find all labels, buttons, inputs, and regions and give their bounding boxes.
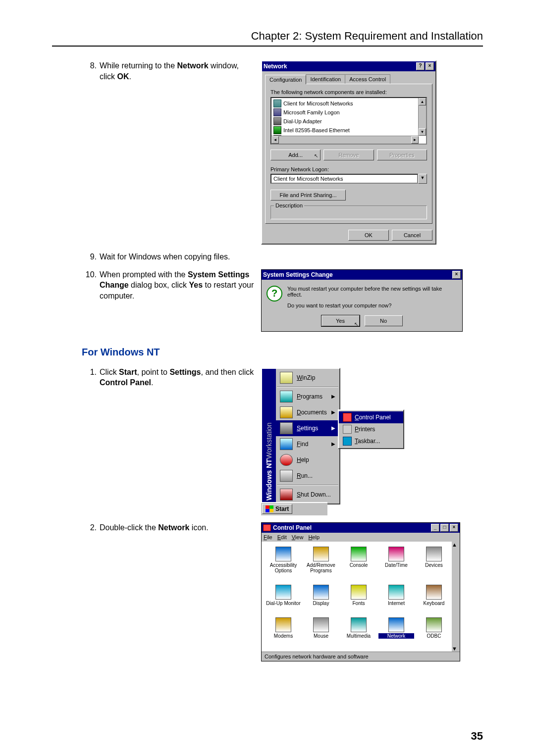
scroll-down-icon[interactable]: ▼ (419, 128, 426, 136)
ok-button[interactable]: OK (348, 230, 389, 241)
cp-item-multimedia[interactable]: Multimedia (341, 617, 376, 644)
cp-icon (343, 413, 352, 422)
description-group: Description (270, 205, 427, 219)
start-menu-item-settings[interactable]: Settings▶ (276, 420, 339, 436)
menu-edit[interactable]: Edit (277, 534, 287, 540)
cp-item-mouse[interactable]: Mouse (303, 617, 339, 644)
menu-label: Find (297, 441, 308, 448)
start-menu-item-programs[interactable]: Programs▶ (276, 389, 339, 404)
scroll-up-icon[interactable]: ▲ (452, 542, 457, 548)
cp-item-label: Console (341, 562, 376, 568)
cp-item-label: Dial-Up Monitor (266, 601, 301, 606)
close-icon[interactable]: × (426, 62, 434, 70)
chevron-down-icon[interactable]: ▼ (418, 174, 427, 184)
scroll-down-icon[interactable]: ▼ (452, 646, 457, 652)
client-icon (273, 100, 281, 107)
submenu-label: Printers (355, 426, 375, 433)
file-print-sharing-button[interactable]: File and Print Sharing... (270, 190, 346, 201)
control-panel-window: Control Panel _ □ × File Edit View Help … (261, 522, 460, 661)
primary-logon-label: Primary Network Logon: (270, 166, 427, 172)
list-item[interactable]: Dial-Up Adapter (272, 117, 425, 126)
tab-identification[interactable]: Identification (306, 74, 345, 84)
submenu-item-taskbar-[interactable]: Taskbar... (339, 435, 403, 447)
step-8: 8.While returning to the Network window,… (52, 60, 255, 82)
tab-configuration[interactable]: Configuration (265, 75, 306, 84)
submenu-label: Taskbar... (355, 438, 380, 445)
horizontal-scrollbar[interactable]: ◄ ► (271, 136, 419, 144)
cp-item-label: Devices (416, 562, 452, 568)
properties-button: Properties (377, 150, 427, 160)
dial-up-monitor-icon (275, 585, 291, 600)
logon-icon (273, 108, 281, 116)
shut-icon (280, 489, 293, 501)
close-icon[interactable]: × (452, 271, 461, 279)
cp-item-network[interactable]: Network (378, 617, 414, 644)
start-menu-screenshot: Windows NT Workstation WinZipPrograms▶Do… (261, 367, 425, 515)
submenu-item-control-panel[interactable]: Control Panel (339, 411, 403, 423)
cp-item-modems[interactable]: Modems (266, 617, 301, 644)
minimize-icon[interactable]: _ (431, 524, 439, 532)
cp-item-display[interactable]: Display (303, 585, 339, 611)
cp-item-label: Modems (266, 633, 301, 639)
cp-item-label: Add/Remove Programs (303, 562, 339, 573)
devices-icon (426, 547, 442, 561)
start-menu: Windows NT Workstation WinZipPrograms▶Do… (261, 368, 340, 504)
cp-menubar: File Edit View Help (262, 533, 460, 542)
cp-item-label: Fonts (341, 601, 376, 606)
submenu-item-printers[interactable]: Printers (339, 423, 403, 435)
close-icon[interactable]: × (450, 524, 458, 532)
chapter-header: Chapter 2: System Requirement and Instal… (52, 30, 483, 47)
start-menu-item-find[interactable]: Find▶ (276, 436, 339, 452)
cp-item-accessibility-options[interactable]: Accessibility Options (266, 547, 301, 579)
tab-access-control[interactable]: Access Control (345, 74, 390, 84)
vertical-scrollbar[interactable]: ▲ ▼ (452, 542, 460, 652)
menu-label: Help (297, 456, 309, 463)
vertical-scrollbar[interactable]: ▲ ▼ (418, 98, 426, 136)
list-item[interactable]: Microsoft Family Logon (272, 108, 425, 117)
cp-item-label: Keyboard (416, 601, 452, 606)
find-icon (280, 438, 293, 450)
scroll-left-icon[interactable]: ◄ (271, 136, 279, 144)
cp-item-label: Accessibility Options (266, 562, 301, 573)
help-icon (280, 454, 293, 466)
components-label: The following network components are ins… (270, 89, 427, 95)
start-menu-item-documents[interactable]: Documents▶ (276, 404, 339, 420)
cp-item-keyboard[interactable]: Keyboard (416, 585, 452, 611)
primary-logon-dropdown[interactable]: Client for Microsoft Networks ▼ (270, 174, 427, 184)
maximize-icon[interactable]: □ (440, 524, 449, 532)
yes-button[interactable]: Yes ↖ (321, 315, 360, 326)
help-icon[interactable]: ? (416, 62, 425, 70)
cp-item-add-remove-programs[interactable]: Add/Remove Programs (303, 547, 339, 579)
winzip-icon (280, 372, 293, 384)
cp-item-date-time[interactable]: Date/Time (378, 547, 414, 579)
list-item[interactable]: Intel 82595-Based Ethernet (272, 126, 425, 135)
start-menu-item-run-[interactable]: Run... (276, 468, 339, 484)
cp-item-devices[interactable]: Devices (416, 547, 452, 579)
cp-item-dial-up-monitor[interactable]: Dial-Up Monitor (266, 585, 301, 611)
cp-statusbar: Configures network hardware and software (262, 652, 460, 661)
list-item[interactable]: Client for Microsoft Networks (272, 99, 425, 108)
menu-file[interactable]: File (264, 534, 272, 540)
menu-view[interactable]: View (292, 534, 304, 540)
cp-title: Control Panel (273, 524, 312, 531)
scroll-right-icon[interactable]: ► (411, 136, 419, 144)
start-menu-item-help[interactable]: Help (276, 452, 339, 468)
start-button[interactable]: Start (262, 504, 292, 514)
menu-help[interactable]: Help (308, 534, 320, 540)
components-listbox[interactable]: Client for Microsoft Networks Microsoft … (270, 97, 427, 145)
start-menu-item-shut-down-[interactable]: Shut Down... (276, 487, 339, 503)
no-button[interactable]: No (365, 315, 403, 326)
start-menu-item-winzip[interactable]: WinZip (276, 370, 339, 386)
page-number: 35 (471, 730, 483, 743)
cancel-button[interactable]: Cancel (392, 230, 432, 241)
cp-item-internet[interactable]: Internet (378, 585, 414, 611)
scroll-up-icon[interactable]: ▲ (419, 98, 426, 105)
cp-item-console[interactable]: Console (341, 547, 376, 579)
submenu-arrow-icon: ▶ (331, 394, 335, 399)
control-panel-icon (263, 524, 271, 531)
taskbar: Start (261, 502, 327, 515)
cp-item-fonts[interactable]: Fonts (341, 585, 376, 611)
step-9: 9.Wait for Windows when copying files. (52, 252, 255, 262)
add-button[interactable]: Add... ↖ (270, 150, 321, 160)
cp-item-odbc[interactable]: ODBC (416, 617, 452, 644)
